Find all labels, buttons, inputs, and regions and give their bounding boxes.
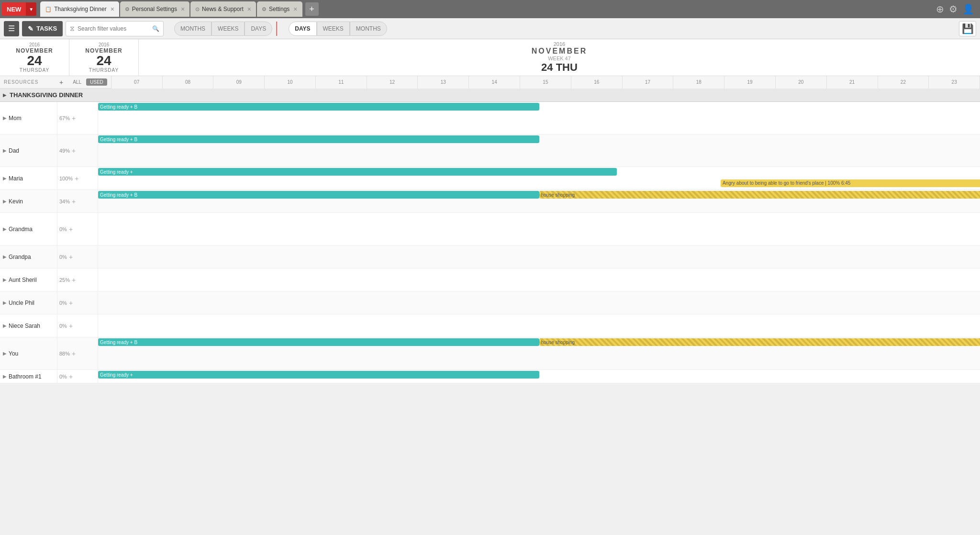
resource-info-6: ▶Aunt Sheril xyxy=(0,268,57,291)
tab-news[interactable]: ⊙ News & Support × xyxy=(190,1,256,17)
res-plus-5[interactable]: + xyxy=(69,253,73,261)
res-plus-8[interactable]: + xyxy=(69,322,73,330)
view-months-right[interactable]: MONTHS xyxy=(350,22,387,36)
hour-21: 21 xyxy=(827,76,878,89)
res-pct-5: 0% xyxy=(59,254,67,260)
task-bar[interactable]: Getting ready + B xyxy=(98,135,539,143)
timeline-hours-header: 0708091011121314151617181920212223 xyxy=(111,76,980,89)
tab-personal-close[interactable]: × xyxy=(181,5,185,13)
menu-icon: ☰ xyxy=(8,24,15,33)
tasks-button[interactable]: ✎ TASKS xyxy=(22,21,63,36)
new-tab-arrow[interactable]: ▼ xyxy=(26,2,36,16)
menu-button[interactable]: ☰ xyxy=(4,21,19,36)
res-expand-icon[interactable]: ▶ xyxy=(3,300,7,305)
res-pct-9: 88% xyxy=(59,351,70,357)
resources-header: RESOURCES + ALL USED 0708091011121314151… xyxy=(0,76,980,89)
view-weeks-right[interactable]: WEEKS xyxy=(317,22,350,36)
view-months-left[interactable]: MONTHS xyxy=(174,22,212,36)
res-expand-icon[interactable]: ▶ xyxy=(3,374,7,379)
tab-news-label: News & Support xyxy=(202,6,244,12)
view-days-right[interactable]: DAYS xyxy=(289,22,316,36)
search-input[interactable] xyxy=(78,25,149,32)
res-plus-0[interactable]: + xyxy=(72,114,76,122)
view-weeks-left[interactable]: WEEKS xyxy=(212,22,245,36)
task-bar[interactable]: Angry about to being able to go to frien… xyxy=(721,179,980,187)
timeline-container-10: Getting ready + xyxy=(98,370,980,383)
task-bar[interactable]: house shopping xyxy=(539,338,980,346)
resource-info-3: ▶Kevin xyxy=(0,190,57,212)
filter-all-button[interactable]: ALL xyxy=(69,78,85,86)
tab-settings[interactable]: ⚙ Settings × xyxy=(257,1,302,17)
res-expand-icon[interactable]: ▶ xyxy=(3,176,7,181)
help-icon[interactable]: ⊕ xyxy=(936,3,944,15)
res-expand-icon[interactable]: ▶ xyxy=(3,277,7,282)
res-plus-6[interactable]: + xyxy=(72,276,76,284)
hour-13: 13 xyxy=(418,76,469,89)
header-icons: ⊕ ⚙ 👤 xyxy=(936,3,978,15)
new-tab-button[interactable]: NEW xyxy=(2,2,26,16)
res-expand-icon[interactable]: ▶ xyxy=(3,323,7,328)
tab-settings-icon: ⚙ xyxy=(262,6,267,12)
timeline-subrow-1-2: TURKEY PREP | 50% 2:30 xyxy=(98,156,980,167)
task-bar[interactable]: Getting ready + B xyxy=(98,103,539,111)
res-plus-1[interactable]: + xyxy=(72,147,76,155)
tab-news-close[interactable]: × xyxy=(247,5,251,13)
resource-info-4: ▶Grandma xyxy=(0,213,57,245)
task-bar[interactable]: Getting ready + B xyxy=(98,191,539,199)
hour-10: 10 xyxy=(265,76,316,89)
resource-stats-0: 67%+ xyxy=(57,102,98,134)
date-day-1: 24 xyxy=(0,54,69,67)
tab-thanksgiving-close[interactable]: × xyxy=(111,5,114,13)
task-bar[interactable]: Getting ready + B xyxy=(98,338,539,346)
add-resource-button[interactable]: + xyxy=(57,78,65,86)
tab-settings-close[interactable]: × xyxy=(293,5,297,13)
tab-personal[interactable]: ⚙ Personal Settings × xyxy=(120,1,189,17)
filter-bar[interactable]: ⧖ 🔍 xyxy=(66,21,164,36)
timeline-container-4: CChaAAsking about SO | 50% 00:00Dinner |… xyxy=(98,213,980,245)
group-row-thanksgiving[interactable]: ▶ THANKSGIVING DINNER xyxy=(0,89,980,102)
timeline-container-8: ACDinner | 100% 00:00 xyxy=(98,314,980,337)
date-year-1: 2016 xyxy=(0,42,69,47)
hour-09: 09 xyxy=(213,76,265,89)
date-year-2: 2016 xyxy=(69,42,138,47)
timeline-subrow-7-1: Dinner | 100% 00:00 xyxy=(98,303,980,314)
date-right: 2016 NOVEMBER WEEK 47 24 THU xyxy=(139,39,980,76)
res-expand-icon[interactable]: ▶ xyxy=(3,115,7,121)
add-tab-button[interactable]: + xyxy=(305,2,319,16)
timeline-subrow-4-1: AAsking about SO | 50% 00:00 xyxy=(98,223,980,234)
res-plus-3[interactable]: + xyxy=(72,198,76,205)
resource-stats-5: 0%+ xyxy=(57,245,98,268)
resource-row: ▶Grandpa0%+CChaCADinner | 100% 00:00 xyxy=(0,245,980,268)
res-plus-10[interactable]: + xyxy=(69,373,73,380)
timeline-subrow-8-1: Dinner | 100% 00:00 xyxy=(98,326,980,337)
user-icon[interactable]: 👤 xyxy=(962,3,974,15)
resource-stats-3: 34%+ xyxy=(57,190,98,212)
task-bar[interactable]: house shopping xyxy=(539,191,980,199)
res-plus-9[interactable]: + xyxy=(72,350,76,357)
timeline-container-2: Getting ready +ChaAngry about to being a… xyxy=(98,167,980,189)
task-bar[interactable]: Getting ready + xyxy=(98,371,539,379)
res-expand-icon[interactable]: ▶ xyxy=(3,199,7,204)
tab-thanksgiving[interactable]: 📋 Thanksgiving Dinner × xyxy=(40,1,119,17)
timeline-subrow-4-0: CCha xyxy=(98,213,980,223)
res-expand-icon[interactable]: ▶ xyxy=(3,351,7,356)
res-plus-4[interactable]: + xyxy=(69,225,73,233)
res-expand-icon[interactable]: ▶ xyxy=(3,148,7,153)
filter-used-button[interactable]: USED xyxy=(86,78,107,86)
res-plus-2[interactable]: + xyxy=(75,175,78,182)
res-name-9: You xyxy=(9,350,18,357)
task-bar[interactable]: Getting ready + xyxy=(98,168,617,176)
resource-info-8: ▶Niece Sarah xyxy=(0,314,57,337)
view-days-left[interactable]: DAYS xyxy=(245,22,272,36)
res-plus-7[interactable]: + xyxy=(69,299,73,307)
resource-info-9: ▶You xyxy=(0,337,57,369)
res-pct-3: 34% xyxy=(59,199,70,204)
save-button[interactable]: 💾 xyxy=(959,21,976,36)
res-expand-icon[interactable]: ▶ xyxy=(3,254,7,259)
date-dow-2: THURSDAY xyxy=(69,67,138,73)
settings-icon[interactable]: ⚙ xyxy=(949,3,958,15)
res-name-4: Grandma xyxy=(9,226,33,233)
res-expand-icon[interactable]: ▶ xyxy=(3,226,7,232)
timeline-subrow-0-2: TURKEY PREP | 50% 2:30 xyxy=(98,123,980,134)
week-label: WEEK 47 xyxy=(139,56,980,61)
